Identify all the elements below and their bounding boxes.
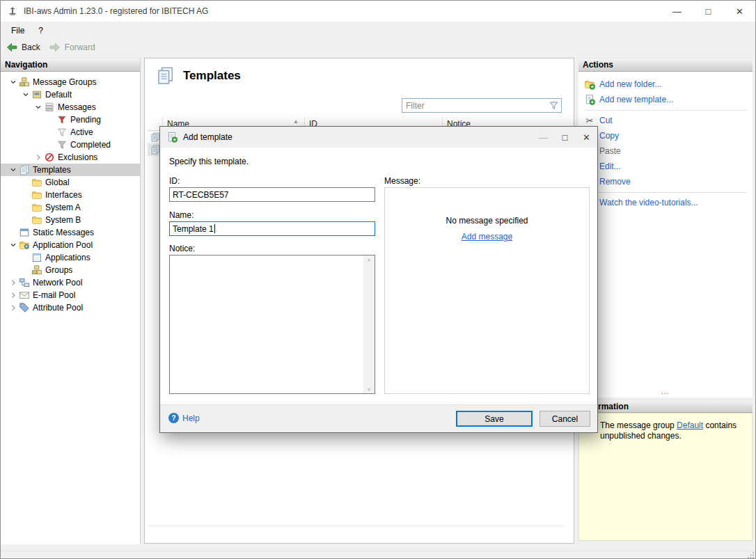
panel-splitter-dots[interactable]: … (578, 386, 753, 396)
forward-button[interactable]: Forward (49, 42, 95, 53)
action-label: Cut (599, 116, 613, 125)
tree-item-templates[interactable]: Templates (1, 164, 140, 176)
dialog-close-button[interactable]: ✕ (576, 127, 597, 148)
default-group-link[interactable]: Default (677, 420, 703, 430)
email-pool-icon (19, 290, 30, 301)
action-label: Edit... (599, 162, 621, 171)
chevron-down-icon[interactable] (33, 104, 44, 111)
help-button[interactable]: ? Help (168, 413, 200, 423)
paste-action[interactable]: Paste (578, 143, 753, 159)
tree-item-active[interactable]: Active (1, 126, 140, 139)
menu-help[interactable]: ? (31, 23, 50, 38)
tree-item-applications[interactable]: Applications (1, 251, 140, 264)
chevron-down-icon[interactable] (8, 79, 19, 86)
notice-label: Notice: (169, 244, 195, 253)
tree-item-application-pool[interactable]: Application Pool (1, 239, 140, 251)
help-label: Help (182, 414, 200, 423)
chevron-right-icon[interactable] (8, 279, 19, 286)
add-template-icon (584, 94, 595, 105)
scroll-up-icon[interactable]: ▲ (367, 257, 372, 262)
tree-item-global[interactable]: Global (1, 176, 140, 189)
messages-icon (44, 102, 55, 113)
add-folder-icon (584, 79, 595, 90)
copy-action[interactable]: Copy (578, 128, 753, 143)
filter-funnel-icon[interactable] (546, 100, 561, 111)
app-icon (7, 6, 18, 17)
message-panel: No message specified Add message (384, 187, 590, 394)
tree-item-label: System A (45, 203, 84, 212)
action-label: Add new template... (599, 95, 673, 104)
title-bar: IBI-aws Admin 1.23.0 - registered for IB… (1, 1, 755, 22)
chevron-down-icon[interactable] (20, 91, 31, 98)
cut-action[interactable]: ✂ Cut (578, 113, 753, 128)
maximize-button[interactable]: □ (693, 1, 724, 22)
application-pool-icon (19, 239, 30, 251)
id-label: ID: (169, 176, 180, 186)
menu-file[interactable]: File (4, 23, 31, 38)
close-button[interactable]: ✕ (724, 1, 755, 22)
tree-item-interfaces[interactable]: Interfaces (1, 189, 140, 201)
tree-item-email-pool[interactable]: E-mail Pool (1, 289, 140, 301)
forward-label: Forward (65, 42, 95, 52)
action-label: Watch the video-tutorials... (599, 198, 698, 207)
name-field[interactable]: Template 1 (169, 221, 375, 236)
tree-item-label: Exclusions (58, 152, 100, 162)
tree-item-default[interactable]: Default (1, 88, 140, 101)
dialog-subtitle: Specify this template. (169, 157, 249, 166)
add-new-folder-action[interactable]: Add new folder... (578, 77, 753, 92)
dialog-maximize-button[interactable]: □ (554, 127, 576, 148)
scroll-down-icon[interactable]: ▼ (367, 387, 372, 392)
tree-item-message-groups[interactable]: Message Groups (1, 76, 140, 88)
chevron-down-icon[interactable] (8, 242, 19, 249)
tree-item-completed[interactable]: Completed (1, 139, 140, 151)
chevron-right-icon[interactable] (8, 304, 19, 311)
tree-item-groups[interactable]: Groups (1, 264, 140, 276)
notice-scrollbar[interactable]: ▲ ▼ (363, 255, 375, 393)
filter-input[interactable] (402, 99, 546, 112)
notice-field[interactable]: ▲ ▼ (169, 255, 375, 394)
no-message-text: No message specified (385, 216, 589, 226)
static-messages-icon (19, 227, 30, 238)
chevron-right-icon[interactable] (33, 154, 44, 161)
add-new-template-action[interactable]: Add new template... (578, 92, 753, 107)
minimize-button[interactable]: — (661, 1, 693, 22)
tree-item-pending[interactable]: Pending (1, 113, 140, 126)
actions-list: Add new folder... Add new template... ✂ … (578, 72, 753, 397)
id-field[interactable] (169, 187, 375, 202)
remove-action[interactable]: ✕ Remove (578, 174, 753, 189)
menu-bar: File ? (1, 22, 755, 39)
folder-icon (31, 177, 42, 188)
tree-item-attribute-pool[interactable]: Attribute Pool (1, 301, 140, 314)
chevron-down-icon[interactable] (8, 166, 19, 173)
forward-arrow-icon (49, 42, 61, 53)
tree-item-system-b[interactable]: System B (1, 214, 140, 226)
dialog-window-controls: — □ ✕ (533, 127, 597, 148)
chevron-right-icon[interactable] (8, 292, 19, 299)
dialog-minimize-button: — (533, 127, 554, 148)
save-button[interactable]: Save (456, 411, 533, 427)
information-panel: The message group Default contains unpub… (578, 413, 753, 541)
name-label: Name: (169, 210, 194, 220)
tree-item-label: Application Pool (33, 240, 95, 250)
table-bottom-edge (148, 526, 564, 526)
help-icon: ? (168, 413, 179, 423)
tree-item-exclusions[interactable]: Exclusions (1, 151, 140, 164)
tree-item-messages[interactable]: Messages (1, 101, 140, 113)
tree-item-static-messages[interactable]: Static Messages (1, 226, 140, 239)
window-controls: — □ ✕ (661, 1, 755, 22)
tree-item-label: Completed (70, 140, 113, 150)
attribute-pool-icon (19, 302, 30, 313)
tree-item-network-pool[interactable]: Network Pool (1, 276, 140, 289)
resize-grip-icon[interactable] (747, 551, 755, 559)
edit-action[interactable]: ✎ Edit... (578, 159, 753, 174)
name-value: Template 1 (173, 224, 214, 234)
tree-item-system-a[interactable]: System A (1, 201, 140, 214)
video-tutorials-action[interactable]: Watch the video-tutorials... (578, 195, 753, 210)
network-pool-icon (19, 277, 30, 288)
scissors-icon: ✂ (584, 115, 595, 126)
tree-item-label: Network Pool (33, 278, 85, 288)
back-button[interactable]: Back (6, 42, 40, 53)
cancel-button[interactable]: Cancel (540, 411, 590, 427)
add-message-link[interactable]: Add message (462, 232, 512, 242)
folder-icon (31, 202, 42, 213)
